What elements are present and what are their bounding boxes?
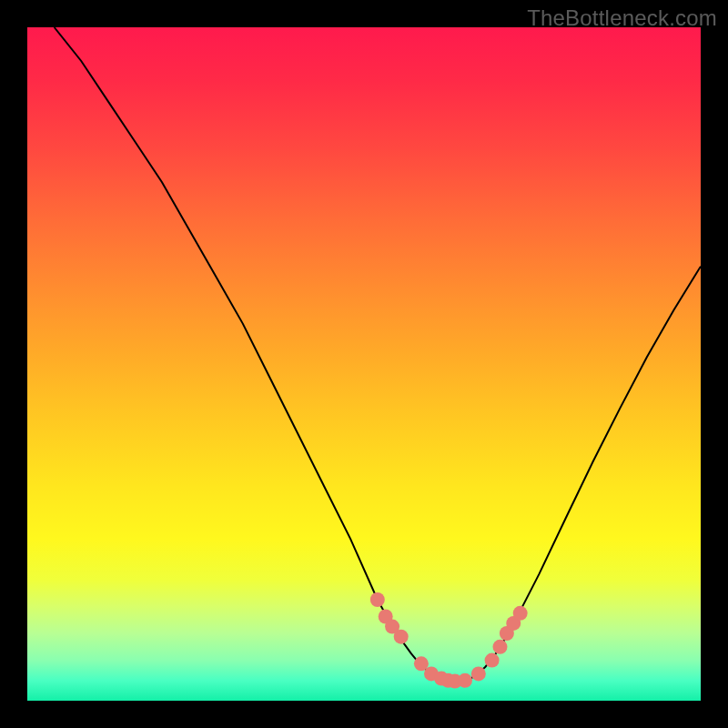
chart-svg <box>27 27 701 701</box>
curve-line <box>55 27 701 682</box>
plot-area <box>27 27 701 701</box>
highlight-dot <box>485 653 500 668</box>
chart-frame: TheBottleneck.com <box>0 0 728 728</box>
highlight-dot <box>394 630 409 644</box>
highlight-dot <box>458 673 472 688</box>
highlight-dot <box>492 640 507 654</box>
highlight-dot <box>471 666 486 681</box>
highlight-dot <box>370 592 385 607</box>
highlight-dot <box>513 606 528 621</box>
